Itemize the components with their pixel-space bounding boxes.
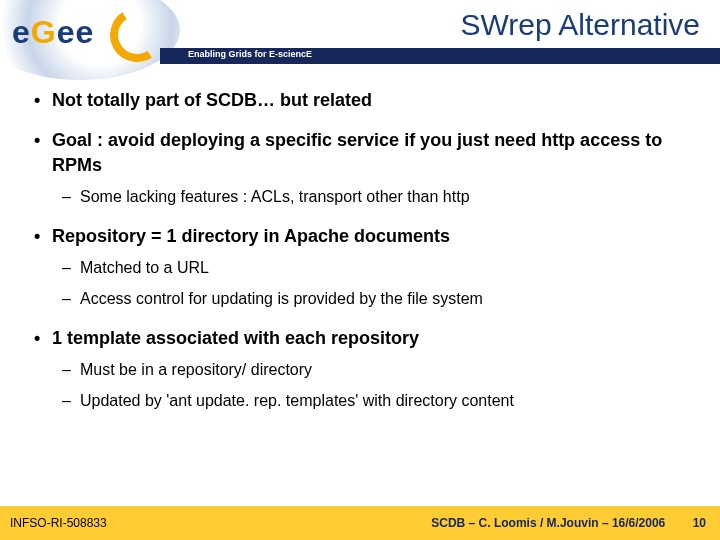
slide-title: SWrep Alternative — [460, 8, 700, 42]
footer-right: SCDB – C. Loomis / M.Jouvin – 16/6/2006 — [431, 516, 665, 530]
logo-letter: e — [12, 14, 31, 50]
bullet-text: 1 template associated with each reposito… — [52, 328, 419, 348]
bullet-text: Repository = 1 directory in Apache docum… — [52, 226, 450, 246]
slide-body: Not totally part of SCDB… but related Go… — [0, 70, 720, 411]
footer-left: INFSO-RI-508833 — [10, 516, 107, 530]
sub-bullet: Must be in a repository/ directory — [58, 360, 690, 381]
sub-bullet: Access control for updating is provided … — [58, 289, 690, 310]
sub-bullet: Matched to a URL — [58, 258, 690, 279]
slide-footer: INFSO-RI-508833 SCDB – C. Loomis / M.Jou… — [0, 506, 720, 540]
bullet: 1 template associated with each reposito… — [30, 326, 690, 412]
footer-page-number: 10 — [693, 516, 706, 530]
logo-letter: G — [31, 14, 57, 50]
bullet: Goal : avoid deploying a specific servic… — [30, 128, 690, 207]
sub-bullet: Updated by 'ant update. rep. templates' … — [58, 391, 690, 412]
bullet-text: Goal : avoid deploying a specific servic… — [52, 130, 662, 174]
egee-logo: eGee — [0, 0, 176, 70]
bullet: Repository = 1 directory in Apache docum… — [30, 224, 690, 310]
logo-letter: e — [57, 14, 76, 50]
bullet: Not totally part of SCDB… but related — [30, 88, 690, 112]
logo-letter: e — [75, 14, 94, 50]
slide-header: eGee SWrep Alternative Enabling Grids fo… — [0, 0, 720, 70]
bullet-text: Not totally part of SCDB… but related — [52, 90, 372, 110]
sub-bullet: Some lacking features : ACLs, transport … — [58, 187, 690, 208]
header-tagline: Enabling Grids for E-sciencE — [188, 49, 312, 59]
